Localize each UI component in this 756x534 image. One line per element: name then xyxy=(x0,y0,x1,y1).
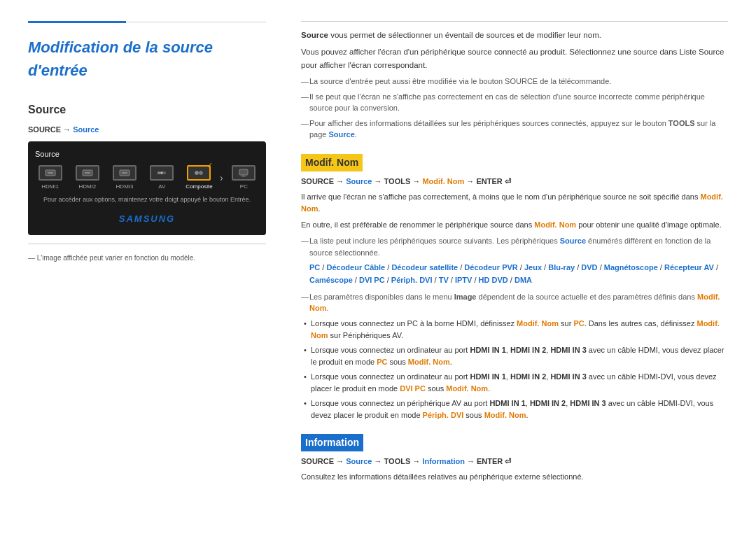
svg-point-7 xyxy=(160,171,163,174)
source-nav-link: Source xyxy=(73,125,99,134)
information-heading: Information xyxy=(301,434,363,451)
modif-nom-section: Modif. Nom SOURCE → Source → TOOLS → Mod… xyxy=(301,144,728,421)
svg-rect-12 xyxy=(242,175,245,176)
device-dvi-pc: DVI PC xyxy=(359,276,385,284)
information-path: SOURCE → Source → TOOLS → Information → … xyxy=(301,456,728,468)
svg-rect-3 xyxy=(85,172,90,174)
modif-note-source-link: Source xyxy=(560,237,586,245)
note-3-link: Source xyxy=(329,130,355,139)
source-nav: SOURCE → Source xyxy=(28,124,266,136)
device-decodeur-pvr: Décodeur PVR xyxy=(464,263,517,272)
svg-point-8 xyxy=(163,171,166,174)
device-iptv: IPTV xyxy=(455,276,472,284)
tv-icon-box-hdmi1 xyxy=(38,165,62,181)
bullet-item-4: Lorsque vous connectez un périphérique A… xyxy=(301,398,728,421)
modif-nom-heading-wrapper: Modif. Nom xyxy=(301,144,728,176)
modif-note2-pre: Les paramètres disponibles dans le menu xyxy=(309,293,454,301)
svg-point-9 xyxy=(195,171,199,175)
info-path-enter: → ENTER ⏎ xyxy=(465,457,511,465)
modif-note-2: Les paramètres disponibles dans le menu … xyxy=(301,291,728,314)
info-path-tools: → TOOLS → xyxy=(372,457,422,465)
tv-icon-box-pc xyxy=(232,165,255,181)
info-path-source-link: Source xyxy=(346,457,372,465)
bullet4-modif: Modif. Nom xyxy=(484,411,526,419)
device-recepteur-av: Récepteur AV xyxy=(664,263,714,272)
svg-rect-5 xyxy=(122,172,127,174)
note-3-pre: Pour afficher des informations détaillée… xyxy=(309,119,668,127)
device-periph-dvi: Périph. DVI xyxy=(391,276,433,284)
right-top-rule xyxy=(301,21,728,22)
modif-body-1-end: . xyxy=(318,204,320,213)
svg-rect-11 xyxy=(239,169,248,175)
intro-rest: vous permet de sélectionner un éventail … xyxy=(328,31,601,39)
modif-body-2-mid: pour obtenir une qualité d'image optimal… xyxy=(576,220,722,229)
tv-icon-box-av xyxy=(150,165,174,181)
rule-gray xyxy=(126,22,266,22)
device-decodeur-sat: Décodeur satellite xyxy=(391,263,458,272)
modif-note2-end: . xyxy=(326,304,328,312)
path-source-label: SOURCE → xyxy=(301,177,346,185)
bullet2-hdmi2: HDMI IN 2 xyxy=(510,346,546,354)
svg-rect-1 xyxy=(48,172,53,174)
path-modif: Modif. Nom xyxy=(422,177,464,185)
device-pc: PC xyxy=(309,263,320,272)
bullet1-pc: PC xyxy=(573,319,584,328)
bullet3-hdmi1: HDMI IN 1 xyxy=(470,372,505,381)
svg-point-6 xyxy=(158,171,160,174)
information-body: Consultez les informations détaillées re… xyxy=(301,471,728,483)
modif-note2-mid: dépendent de la source actuelle et des p… xyxy=(476,293,697,301)
modif-body-1: Il arrive que l'écran ne s'affiche pas c… xyxy=(301,191,728,215)
device-decodeur-cable: Décodeur Câble xyxy=(326,263,385,272)
bullet4-hdmi2: HDMI IN 2 xyxy=(530,399,566,407)
note-3: Pour afficher des informations détaillée… xyxy=(301,118,728,141)
left-divider xyxy=(28,244,266,244)
tv-screen-mockup: Source HDMI1 xyxy=(28,141,266,236)
section-heading-source: Source xyxy=(28,101,266,118)
device-magnetoscope: Magnétoscope xyxy=(604,263,658,272)
information-heading-wrapper: Information xyxy=(301,424,728,456)
note-1-text: La source d'entrée peut aussi être modif… xyxy=(309,77,611,85)
modif-note2-image: Image xyxy=(454,293,477,301)
samsung-logo: SAMSUNG xyxy=(34,212,260,226)
information-section: Information SOURCE → Source → TOOLS → In… xyxy=(301,424,728,484)
tv-icon-hdmi3: HDMI3 xyxy=(108,165,141,191)
path-tools: → TOOLS → xyxy=(372,177,422,185)
tv-scroll-arrow: › xyxy=(220,171,223,185)
tv-icon-composite: ✓ Composite xyxy=(183,165,216,191)
tv-icon-av: AV xyxy=(146,165,178,191)
svg-point-10 xyxy=(200,171,203,175)
device-sep9: / xyxy=(716,263,718,272)
tv-label-pc: PC xyxy=(240,183,248,191)
device-camescope: Caméscope xyxy=(309,276,353,284)
info-path-info-link: Information xyxy=(422,457,465,465)
page-title: Modification de la source d'entrée xyxy=(28,36,266,82)
bullet-item-2: Lorsque vous connectez un ordinateur au … xyxy=(301,344,728,368)
modif-nom-path: SOURCE → Source → TOOLS → Modif. Nom → E… xyxy=(301,176,728,188)
bullet1-modif2: Modif. Nom xyxy=(311,319,720,339)
bullet3-hdmi3: HDMI IN 3 xyxy=(550,372,586,381)
path-enter: → ENTER ⏎ xyxy=(464,177,510,185)
bullet2-modif: Modif. Nom xyxy=(408,358,450,366)
intro-paragraph-1: Source vous permet de sélectionner un év… xyxy=(301,29,728,41)
intro-paragraph-2: Vous pouvez afficher l'écran d'un périph… xyxy=(301,45,728,71)
device-hd-dvd: HD DVD xyxy=(479,276,508,284)
tv-screen-title: Source xyxy=(34,148,260,160)
device-bluray: Blu-ray xyxy=(548,263,575,272)
modif-body-2-orange: Modif. Nom xyxy=(534,220,576,229)
info-path-source-label: SOURCE → xyxy=(301,457,346,465)
modif-body-2-pre: En outre, il est préférable de renommer … xyxy=(301,220,534,229)
device-list: PC / Décodeur Câble / Décodeur satellite… xyxy=(309,262,728,286)
bullet2-hdmi3: HDMI IN 3 xyxy=(550,346,586,354)
note-1: La source d'entrée peut aussi être modif… xyxy=(301,76,728,87)
modif-body-2: En outre, il est préférable de renommer … xyxy=(301,219,728,231)
modif-nom-heading: Modif. Nom xyxy=(301,154,363,171)
device-dvd: DVD xyxy=(581,263,597,272)
bullet2-pc: PC xyxy=(377,358,387,366)
intro-source-bold: Source xyxy=(301,31,328,39)
bullet2-hdmi: HDMI IN 1 xyxy=(470,346,505,354)
tv-icon-box-hdmi3 xyxy=(113,165,136,181)
tv-icon-hdmi1: HDMI1 xyxy=(34,165,66,191)
tv-icons-row: HDMI1 HDMI2 xyxy=(34,165,260,191)
left-column: Modification de la source d'entrée Sourc… xyxy=(28,21,266,487)
tv-icon-hdmi2: HDMI2 xyxy=(71,165,104,191)
